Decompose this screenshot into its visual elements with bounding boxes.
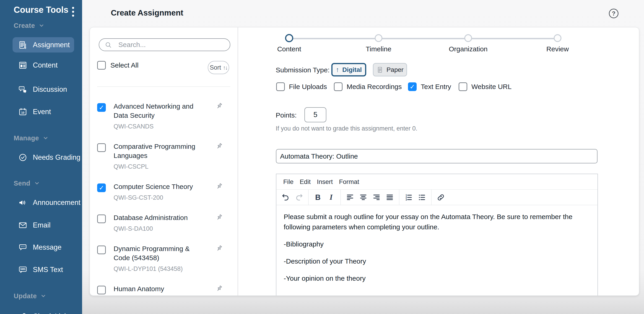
assignment-title-input[interactable] bbox=[276, 149, 598, 163]
sidebar-item-label: SMS Text bbox=[33, 266, 63, 274]
step-label: Timeline bbox=[344, 45, 413, 53]
pin-icon[interactable] bbox=[215, 285, 223, 292]
align-center-icon[interactable] bbox=[357, 191, 370, 204]
pin-icon[interactable] bbox=[215, 183, 223, 190]
sidebar: Course Tools Create Assignment Content bbox=[0, 0, 82, 314]
sidebar-item-message[interactable]: Message bbox=[12, 240, 74, 255]
numbered-list-icon[interactable]: 1 2 3 bbox=[402, 191, 415, 204]
chevron-down-icon bbox=[38, 23, 44, 29]
sidebar-item-label: Needs Grading bbox=[33, 153, 80, 162]
email-icon bbox=[18, 221, 27, 230]
upload-arrow-icon: ↑ bbox=[336, 66, 339, 74]
bold-icon[interactable]: B bbox=[311, 191, 324, 204]
course-checkbox[interactable] bbox=[97, 143, 106, 152]
file-uploads-checkbox[interactable] bbox=[276, 82, 285, 91]
step-circle-review[interactable] bbox=[554, 34, 562, 42]
assignment-icon bbox=[18, 40, 27, 50]
course-checkbox[interactable] bbox=[97, 245, 106, 254]
sidebar-item-sms-text[interactable]: SMS SMS Text bbox=[12, 262, 74, 277]
course-name: Advanced Networking and Data Security bbox=[114, 102, 205, 120]
course-row[interactable]: Human Anatomy ANAT-1200 bbox=[90, 278, 238, 296]
course-row[interactable]: Database Administration QWI-S-DA100 bbox=[90, 207, 238, 238]
points-input[interactable] bbox=[304, 107, 326, 122]
menu-file[interactable]: File bbox=[283, 178, 294, 186]
menu-format[interactable]: Format bbox=[339, 178, 359, 186]
digital-button[interactable]: ↑ Digital bbox=[331, 63, 366, 77]
editor-content[interactable]: Please submit a rough outline for your e… bbox=[276, 205, 598, 296]
course-row[interactable]: Advanced Networking and Data Security QW… bbox=[90, 96, 238, 136]
paper-icon bbox=[376, 66, 383, 73]
sidebar-item-content[interactable]: Content bbox=[12, 58, 74, 73]
course-panel: Select All Sort ↑↓ Advanced Networking a… bbox=[90, 27, 238, 296]
help-glyph: ? bbox=[612, 10, 616, 17]
sidebar-section-manage[interactable]: Manage bbox=[14, 134, 48, 143]
sidebar-item-event[interactable]: 10 Event bbox=[12, 104, 74, 119]
sidebar-section-send[interactable]: Send bbox=[14, 179, 40, 188]
align-right-icon[interactable] bbox=[370, 191, 383, 204]
sidebar-item-label: Event bbox=[33, 108, 51, 116]
menu-edit[interactable]: Edit bbox=[300, 178, 310, 186]
align-left-icon[interactable] bbox=[344, 191, 357, 204]
help-icon[interactable]: ? bbox=[609, 9, 618, 18]
media-recordings-checkbox[interactable] bbox=[334, 82, 342, 91]
section-label: Send bbox=[14, 180, 30, 187]
sidebar-item-discussion[interactable]: Discussion bbox=[12, 82, 74, 97]
stepper-line bbox=[289, 38, 558, 39]
course-checkbox[interactable] bbox=[97, 103, 106, 112]
step-circle-timeline[interactable] bbox=[375, 34, 382, 42]
website-url-checkbox[interactable] bbox=[458, 82, 467, 91]
pin-icon[interactable] bbox=[215, 245, 223, 252]
pin-icon[interactable] bbox=[215, 102, 223, 110]
sidebar-section-create[interactable]: Create bbox=[14, 21, 44, 30]
list-divider bbox=[97, 87, 230, 87]
editor-paragraph: -Bibliography bbox=[284, 239, 590, 249]
chevron-down-icon bbox=[40, 293, 46, 299]
course-checkbox[interactable] bbox=[97, 183, 106, 192]
option-label: Website URL bbox=[471, 83, 512, 91]
discussion-icon bbox=[18, 85, 27, 94]
submission-type-label: Submission Type: bbox=[276, 66, 330, 74]
editor-paragraph: -Description of your Theory bbox=[284, 256, 590, 266]
search-input[interactable] bbox=[99, 38, 230, 51]
kebab-menu-icon[interactable] bbox=[68, 7, 78, 20]
paper-label: Paper bbox=[386, 66, 404, 74]
course-row[interactable]: Comparative Programming Languages QWI-CS… bbox=[90, 136, 238, 176]
section-label: Update bbox=[14, 292, 37, 300]
sidebar-item-email[interactable]: Email bbox=[12, 217, 74, 233]
course-row[interactable]: Dynamic Programming & Code (543458) QWI-… bbox=[90, 238, 238, 278]
sidebar-section-update[interactable]: Update bbox=[14, 291, 46, 300]
editor-toolbar: B I bbox=[276, 190, 598, 205]
undo-icon[interactable] bbox=[279, 191, 292, 204]
sidebar-item-assignment[interactable]: Assignment bbox=[12, 37, 74, 53]
course-checkbox[interactable] bbox=[97, 214, 106, 223]
step-circle-content[interactable] bbox=[285, 34, 293, 42]
select-all-row: Select All bbox=[97, 61, 138, 70]
sort-button[interactable]: Sort ↑↓ bbox=[208, 61, 229, 74]
text-entry-checkbox[interactable] bbox=[408, 82, 417, 91]
bullet-list-icon[interactable] bbox=[415, 191, 428, 204]
editor-paragraph: -Your opinion on the theory bbox=[284, 273, 590, 283]
course-checkbox[interactable] bbox=[97, 286, 106, 294]
redo-icon[interactable] bbox=[292, 191, 306, 204]
sidebar-item-needs-grading[interactable]: Needs Grading bbox=[12, 150, 74, 165]
sidebar-item-announcement[interactable]: Announcement bbox=[12, 195, 74, 210]
paper-button[interactable]: Paper bbox=[373, 63, 407, 77]
search-box bbox=[99, 38, 230, 51]
option-label: Text Entry bbox=[421, 83, 451, 91]
align-justify-icon[interactable] bbox=[383, 191, 396, 204]
sidebar-item-check-links[interactable]: Check Links bbox=[12, 308, 74, 314]
italic-icon[interactable]: I bbox=[324, 191, 338, 204]
chevron-down-icon bbox=[34, 180, 40, 186]
pin-icon[interactable] bbox=[215, 142, 223, 150]
step-label: Content bbox=[255, 45, 323, 53]
chevron-down-icon bbox=[43, 135, 48, 141]
step-label: Organization bbox=[434, 45, 502, 53]
rich-text-editor: File Edit Insert Format B I bbox=[276, 174, 598, 296]
step-circle-organization[interactable] bbox=[464, 34, 472, 42]
menu-insert[interactable]: Insert bbox=[317, 178, 333, 186]
svg-text:3: 3 bbox=[406, 198, 407, 201]
select-all-checkbox[interactable] bbox=[97, 61, 106, 70]
course-row[interactable]: Computer Science Theory QWI-SG-CST-200 bbox=[90, 176, 238, 207]
link-icon[interactable] bbox=[434, 191, 448, 204]
pin-icon[interactable] bbox=[215, 214, 223, 221]
